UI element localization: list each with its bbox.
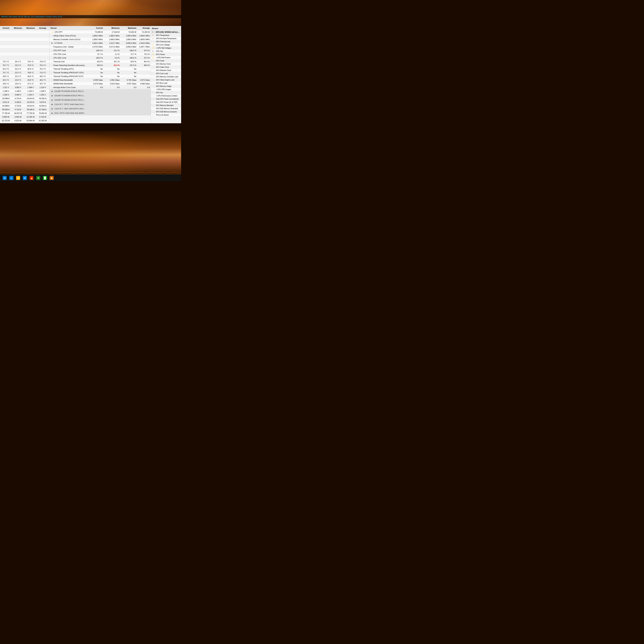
left-row: 75.7 °C22.5 °C78.8 °C73.3 °C [0, 71, 49, 74]
circle-icon: ○ [152, 85, 154, 87]
taskbar-explorer[interactable]: 📁 [15, 175, 21, 181]
mid-rows: ⚡CPU PPT75.999 W17.618 W76.003 W74.325 W… [49, 30, 151, 115]
right-item[interactable]: ○GPU D3D Memory Dedicated [151, 107, 181, 110]
right-item[interactable]: ⚡> GPU Rail Powers [151, 56, 181, 59]
right-item[interactable]: ○PCIe Link Speed [151, 113, 181, 117]
circle-icon: ○ [152, 108, 154, 110]
right-item[interactable]: ○GPU Memory Controller Load [151, 75, 181, 78]
mid-col-maximum: Maximum [121, 27, 137, 29]
taskbar-antivirus[interactable]: 🔥 [29, 175, 35, 181]
mid-row: ○Thermal Throttling (PROCHOT EXT)NoNoNo [49, 74, 151, 78]
taskbar-start[interactable]: ⊞ [2, 175, 8, 181]
mid-row: ▶GIGABYTE B550M AORUS PRO (Intersil ISL6… [49, 94, 151, 98]
right-item[interactable]: ⚡GPU Core Voltage [151, 43, 181, 46]
circle-icon: ○ [152, 76, 154, 78]
left-row: 9.911 A5.350 A10.019 A9.675 A [0, 100, 49, 104]
mid-row: ○CPU EDC Limit100.0 %0.8 %100.0 %97.0 % [49, 56, 151, 60]
taskbar-store[interactable]: ⊞ [22, 175, 28, 181]
mid-row: ○Average Active Core Count6.00.06.05.8 [49, 86, 151, 89]
left-row [0, 45, 49, 49]
col-maximum: Maximum [24, 27, 37, 29]
left-row: 40.3 °C22.8 °C40.8 °C38.2 °C [0, 78, 49, 82]
mid-col-average: Average [137, 27, 151, 29]
right-item[interactable]: ○GPU Thermal Limit [151, 40, 181, 43]
right-item[interactable]: ⊕GPU Fan [151, 50, 181, 53]
status-bar: MHz/4%, GPU power: 48.2% TDP, fan: 11%, … [0, 15, 181, 18]
right-item[interactable]: ○GPU Bus Load [151, 82, 181, 85]
circle-icon: ○ [152, 88, 154, 90]
right-item[interactable]: ○> GPU Performance Limiters [151, 94, 181, 97]
left-row: 1.188 V1.188 V1.194 V1.188 V [0, 89, 49, 93]
right-item[interactable]: ○GPU Memory Usage [151, 85, 181, 88]
right-item[interactable]: ○GPU Fan [151, 91, 181, 94]
store-icon: ⊞ [23, 176, 27, 180]
taskbar-hwmonitor[interactable]: ▐▌ [42, 175, 48, 181]
right-item[interactable]: 🌡GPU Temperature [151, 34, 181, 37]
lightning-icon: ⚡ [152, 57, 154, 59]
right-item[interactable]: ○Total GPU Power (normalized) [151, 97, 181, 101]
left-row: 11.769 W6.383 W11.897 W11.490 W [0, 122, 49, 123]
mid-col-current: Current [87, 27, 104, 29]
left-row: 52.723 W0.523 W53.984 W51.353 W [0, 119, 49, 122]
right-item[interactable]: ○Total GPU Power [% of TDP] [151, 101, 181, 104]
left-row [0, 52, 49, 56]
circle-icon: ○ [152, 92, 154, 94]
mid-row: ▶GIGABYTE B550M AORUS PRO (ITE IT8688E) [49, 89, 151, 94]
antivirus-icon: 🔥 [30, 176, 34, 180]
circle-icon: ○ [152, 69, 154, 71]
taskbar-browser[interactable]: e [8, 175, 14, 181]
right-item[interactable]: ⚡> GPU Rail Voltages [151, 46, 181, 50]
left-row: 43.598 A0.724 A43.614 A42.091 A [0, 97, 49, 100]
right-item[interactable]: 🌡GPU Hot Spot Temperature [151, 37, 181, 40]
mid-row: ○DRAM Write Bandwidth0.073 Gbps0.016 Gbp… [49, 82, 151, 86]
left-rows: 79.1 °C26.4 °C79.4 °C76.9 °C78.7 °C23.9 … [0, 30, 49, 123]
left-row: 1.231 V0.962 V1.306 V1.216 V [0, 86, 49, 89]
mid-row: ○CPU TDC Limit72.7 %1.2 %72.7 %70.2 % [49, 52, 151, 56]
wallpaper-bottom [0, 131, 181, 174]
right-item[interactable]: ○GPU Memory Clock [151, 62, 181, 66]
left-row [0, 30, 49, 34]
right-item[interactable]: ○> GPU D3D Usages [151, 88, 181, 91]
fan-icon: ⊕ [152, 50, 154, 52]
right-items: ∨ ▪GPU [#0]: NVIDIA GeForce G...🌡GPU Tem… [151, 31, 181, 117]
circle-icon: ○ [152, 60, 154, 62]
left-row: 43.598 A0.723 A43.614 A42.091 A [0, 104, 49, 108]
left-row: 78.7 °C23.9 °C78.9 °C76.4 °C [0, 63, 49, 67]
right-item[interactable]: ○GPU Video Engine Load [151, 78, 181, 82]
right-item[interactable]: ⚡GPU Power [151, 53, 181, 56]
mid-row: ▶Drive: SPCC Solid State Disk (EB5107941… [49, 111, 151, 115]
left-table-header: Current Minimum Maximum Average [0, 26, 49, 30]
explorer-icon: 📁 [16, 176, 20, 180]
mid-row: ○Power Reporting Deviation (Accuracy)90.… [49, 63, 151, 67]
right-item[interactable]: ○GPU Clock [151, 59, 181, 62]
mid-col-sensor: Sensor [49, 27, 87, 29]
start-icon: ⊞ [3, 176, 7, 180]
right-item[interactable]: ∨ ▪GPU [#0]: NVIDIA GeForce G... [151, 31, 181, 34]
left-row: 79.1 °C26.4 °C79.4 °C76.9 °C [0, 60, 49, 63]
taskbar: ⊞e📁⊞🔥⚙▐▌◉ [0, 174, 181, 181]
right-item[interactable]: ○GPU Core Load [151, 72, 181, 75]
chevron-down-icon: ∨ [152, 31, 153, 33]
left-row [0, 49, 49, 52]
circle-icon: ○ [152, 114, 154, 116]
right-item[interactable]: ○GPU Effective Clock [151, 69, 181, 72]
circle-icon: ○ [152, 41, 154, 43]
circle-icon: ○ [152, 95, 154, 97]
taskbar-app7[interactable]: ◉ [49, 175, 55, 181]
left-row [0, 41, 49, 45]
status-text: MHz/4%, GPU power: 48.2% TDP, fan: 11%, … [1, 16, 62, 18]
left-row: 81.0 °C25.3 °C82.8 °C76.4 °C [0, 67, 49, 71]
left-row: 36.5 °C19.9 °C37.2 °C34.7 °C [0, 82, 49, 86]
left-row: 77.705 W18.037 W77.750 W76.002 W [0, 111, 49, 115]
chip-icon: ▪ [153, 31, 155, 33]
browser-icon: e [9, 176, 13, 180]
right-item[interactable]: ○GPU Video Clock [151, 66, 181, 69]
taskbar-hwinfo[interactable]: ⚙ [35, 175, 41, 181]
mid-row: ○CPU PPT Limit100.0 %23.2 %100.0 %97.8 % [49, 49, 151, 52]
left-row: 48.5 °C23.3 °C48.6 °C46.5 °C [0, 74, 49, 78]
mid-row: ○DRAM Read Bandwidth0.099 Gbps0.062 Gbps… [49, 78, 151, 82]
mid-row: ▶GIGABYTE B550M AORUS PRO (Intersil ISL6… [49, 98, 151, 102]
right-item[interactable]: ○GPU D3D Memory Dynamic [151, 110, 181, 113]
right-item[interactable]: ○GPU Memory Allocated [151, 104, 181, 107]
circle-icon: ○ [152, 111, 154, 113]
